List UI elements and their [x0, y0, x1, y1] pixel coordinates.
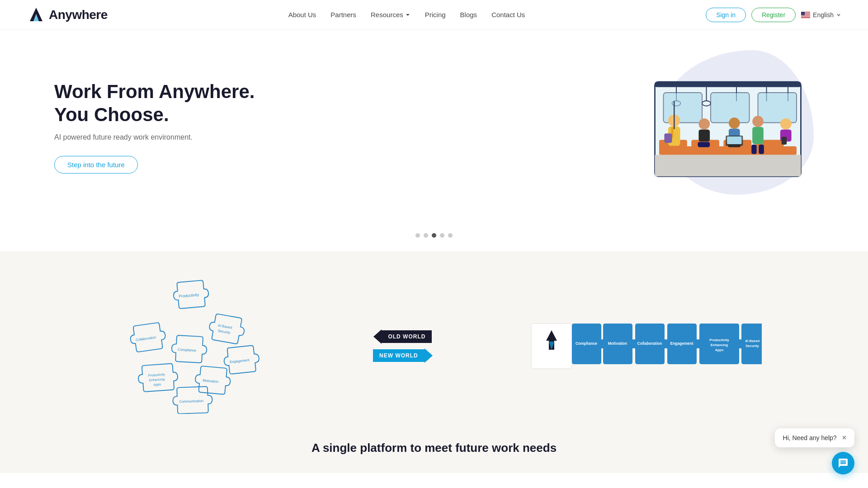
svg-rect-47 [782, 137, 787, 145]
svg-rect-7 [801, 16, 810, 16]
svg-rect-44 [759, 145, 764, 154]
section2-bottom: A single platform to meet future work ne… [0, 441, 868, 473]
chat-open-button[interactable] [832, 452, 854, 473]
logo-icon [27, 6, 45, 24]
old-world-svg: Productivity AI Based Security Collabora… [118, 278, 267, 414]
arrow-right-icon [425, 348, 433, 363]
language-label: English [813, 11, 834, 19]
brand-logo[interactable]: Anywhere [27, 6, 108, 24]
new-world-label: NEW WORLD [373, 349, 425, 362]
hero-content: Work From Anywhere. You Choose. AI power… [54, 80, 289, 174]
train-scene-svg [642, 59, 814, 195]
svg-text:Security: Security [746, 344, 760, 348]
lang-chevron-icon [836, 13, 841, 17]
nav-actions: Sign in Register English [706, 8, 841, 22]
hero-illustration [642, 59, 814, 195]
hero-subtitle: AI powered future ready work environment… [54, 133, 289, 141]
navbar: Anywhere About Us Partners Resources Pri… [0, 0, 868, 30]
svg-rect-34 [698, 130, 710, 142]
svg-text:Compliance: Compliance [178, 347, 196, 352]
carousel-dot-4[interactable] [440, 233, 444, 238]
svg-text:Engagement: Engagement [230, 358, 250, 364]
carousel-dot-3[interactable] [432, 233, 436, 238]
nav-blogs[interactable]: Blogs [460, 11, 477, 19]
svg-point-36 [729, 117, 740, 129]
svg-rect-8 [801, 17, 810, 17]
chat-close-button[interactable]: × [842, 434, 846, 442]
cta-button[interactable]: Step into the future [54, 156, 138, 174]
svg-text:Enhancing: Enhancing [711, 343, 728, 347]
section2-heading: A single platform to meet future work ne… [36, 441, 832, 455]
carousel-dots [0, 224, 868, 251]
world-arrows: OLD WORLD NEW WORLD [367, 329, 439, 363]
language-selector[interactable]: English [801, 11, 841, 19]
puzzle-section: Productivity AI Based Security Collabora… [0, 251, 868, 441]
chevron-down-icon [405, 12, 410, 18]
new-world-arrow: NEW WORLD [373, 348, 433, 363]
svg-text:Productivity: Productivity [148, 372, 165, 378]
svg-rect-42 [752, 127, 764, 144]
svg-text:Collaboration: Collaboration [637, 341, 662, 346]
brand-name: Anywhere [49, 8, 108, 22]
new-world-svg: Compliance Motivation Collaboration Enga… [527, 301, 762, 391]
svg-text:Productivity: Productivity [179, 292, 200, 299]
nav-links: About Us Partners Resources Pricing Blog… [288, 11, 525, 19]
svg-rect-20 [711, 93, 750, 123]
svg-text:Collaboration: Collaboration [136, 335, 156, 342]
svg-text:Apps: Apps [715, 348, 724, 352]
svg-rect-32 [664, 133, 672, 143]
svg-text:Productivity: Productivity [710, 338, 730, 342]
svg-text:Engagement: Engagement [670, 341, 693, 346]
svg-rect-35 [698, 142, 710, 147]
svg-point-41 [752, 116, 764, 127]
nav-resources[interactable]: Resources [371, 11, 410, 19]
svg-text:Communication: Communication [179, 399, 204, 404]
carousel-dot-2[interactable] [424, 233, 428, 238]
chat-bubble: Hi, Need any help? × [775, 428, 854, 447]
flag-icon [801, 12, 810, 18]
svg-text:Enhancing: Enhancing [149, 377, 165, 382]
chat-message: Hi, Need any help? [783, 434, 837, 441]
arrow-left-icon [373, 329, 382, 344]
svg-rect-27 [655, 155, 801, 177]
hero-section: Work From Anywhere. You Choose. AI power… [0, 30, 868, 224]
signin-button[interactable]: Sign in [706, 8, 746, 22]
carousel-dot-1[interactable] [415, 233, 420, 238]
svg-text:Motivation: Motivation [608, 341, 627, 346]
svg-text:Apps: Apps [154, 382, 161, 387]
svg-rect-21 [758, 93, 797, 123]
carousel-dot-5[interactable] [448, 233, 453, 238]
hero-image [289, 59, 814, 195]
nav-partners[interactable]: Partners [330, 11, 356, 19]
svg-rect-9 [801, 12, 805, 15]
old-world-label: OLD WORLD [382, 330, 432, 343]
nav-about-us[interactable]: About Us [288, 11, 316, 19]
chat-widget: Hi, Need any help? × [775, 428, 854, 473]
svg-text:Security: Security [218, 328, 231, 335]
old-world-puzzle: Productivity AI Based Security Collabora… [36, 278, 349, 414]
nav-contact-us[interactable]: Contact Us [491, 11, 525, 19]
svg-text:Compliance: Compliance [576, 341, 597, 346]
svg-rect-43 [751, 145, 756, 154]
svg-rect-11 [655, 82, 801, 87]
svg-point-33 [698, 118, 710, 130]
hero-title: Work From Anywhere. You Choose. [54, 80, 289, 126]
old-world-arrow: OLD WORLD [373, 329, 432, 344]
svg-point-45 [780, 118, 792, 130]
nav-pricing[interactable]: Pricing [425, 11, 446, 19]
svg-rect-40 [727, 136, 741, 144]
chat-icon [838, 458, 849, 469]
new-world-puzzle: Compliance Motivation Collaboration Enga… [457, 301, 832, 391]
register-button[interactable]: Register [751, 8, 796, 22]
svg-text:Motivation: Motivation [203, 378, 219, 384]
svg-text:AI Based: AI Based [745, 339, 760, 343]
